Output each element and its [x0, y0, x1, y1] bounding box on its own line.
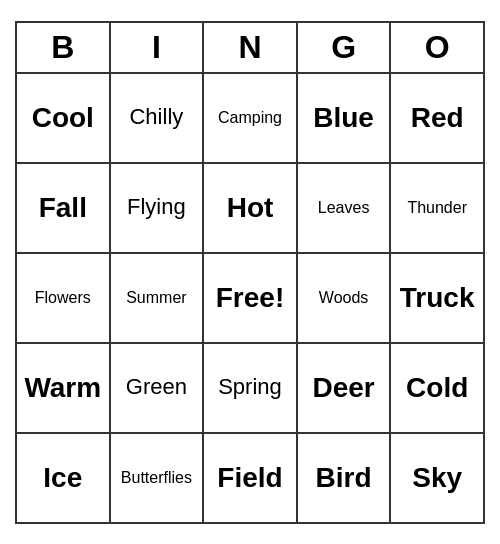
bingo-cell-3-2: Spring	[204, 344, 298, 432]
bingo-cell-3-4: Cold	[391, 344, 483, 432]
header-letter: B	[17, 23, 111, 72]
bingo-cell-0-2: Camping	[204, 74, 298, 162]
bingo-cell-0-4: Red	[391, 74, 483, 162]
bingo-cell-2-1: Summer	[111, 254, 205, 342]
cell-label: Flowers	[35, 288, 91, 307]
cell-label: Field	[217, 461, 282, 495]
header-letter: N	[204, 23, 298, 72]
cell-label: Summer	[126, 288, 186, 307]
cell-label: Cold	[406, 371, 468, 405]
bingo-header: BINGO	[17, 23, 483, 74]
header-letter: I	[111, 23, 205, 72]
bingo-cell-1-3: Leaves	[298, 164, 392, 252]
bingo-cell-4-4: Sky	[391, 434, 483, 522]
cell-label: Hot	[227, 191, 274, 225]
bingo-cell-4-3: Bird	[298, 434, 392, 522]
header-letter: O	[391, 23, 483, 72]
cell-label: Woods	[319, 288, 369, 307]
cell-label: Deer	[312, 371, 374, 405]
bingo-cell-3-3: Deer	[298, 344, 392, 432]
bingo-cell-4-2: Field	[204, 434, 298, 522]
cell-label: Sky	[412, 461, 462, 495]
cell-label: Truck	[400, 281, 475, 315]
cell-label: Green	[126, 374, 187, 400]
bingo-cell-1-1: Flying	[111, 164, 205, 252]
cell-label: Cool	[32, 101, 94, 135]
cell-label: Warm	[24, 371, 101, 405]
cell-label: Fall	[39, 191, 87, 225]
bingo-row-4: IceButterfliesFieldBirdSky	[17, 434, 483, 522]
bingo-cell-1-0: Fall	[17, 164, 111, 252]
cell-label: Camping	[218, 108, 282, 127]
bingo-cell-2-2: Free!	[204, 254, 298, 342]
bingo-card: BINGO CoolChillyCampingBlueRedFallFlying…	[15, 21, 485, 524]
cell-label: Chilly	[129, 104, 183, 130]
bingo-cell-4-0: Ice	[17, 434, 111, 522]
cell-label: Blue	[313, 101, 374, 135]
bingo-cell-4-1: Butterflies	[111, 434, 205, 522]
bingo-cell-2-3: Woods	[298, 254, 392, 342]
cell-label: Ice	[43, 461, 82, 495]
bingo-cell-0-1: Chilly	[111, 74, 205, 162]
bingo-cell-3-0: Warm	[17, 344, 111, 432]
cell-label: Leaves	[318, 198, 370, 217]
cell-label: Red	[411, 101, 464, 135]
cell-label: Butterflies	[121, 468, 192, 487]
cell-label: Bird	[316, 461, 372, 495]
bingo-row-0: CoolChillyCampingBlueRed	[17, 74, 483, 164]
cell-label: Flying	[127, 194, 186, 220]
bingo-cell-0-0: Cool	[17, 74, 111, 162]
cell-label: Spring	[218, 374, 282, 400]
bingo-cell-2-0: Flowers	[17, 254, 111, 342]
header-letter: G	[298, 23, 392, 72]
cell-label: Thunder	[407, 198, 467, 217]
bingo-cell-1-4: Thunder	[391, 164, 483, 252]
bingo-cell-3-1: Green	[111, 344, 205, 432]
bingo-cell-0-3: Blue	[298, 74, 392, 162]
bingo-row-1: FallFlyingHotLeavesThunder	[17, 164, 483, 254]
cell-label: Free!	[216, 281, 284, 315]
bingo-cell-1-2: Hot	[204, 164, 298, 252]
bingo-row-2: FlowersSummerFree!WoodsTruck	[17, 254, 483, 344]
bingo-row-3: WarmGreenSpringDeerCold	[17, 344, 483, 434]
bingo-cell-2-4: Truck	[391, 254, 483, 342]
